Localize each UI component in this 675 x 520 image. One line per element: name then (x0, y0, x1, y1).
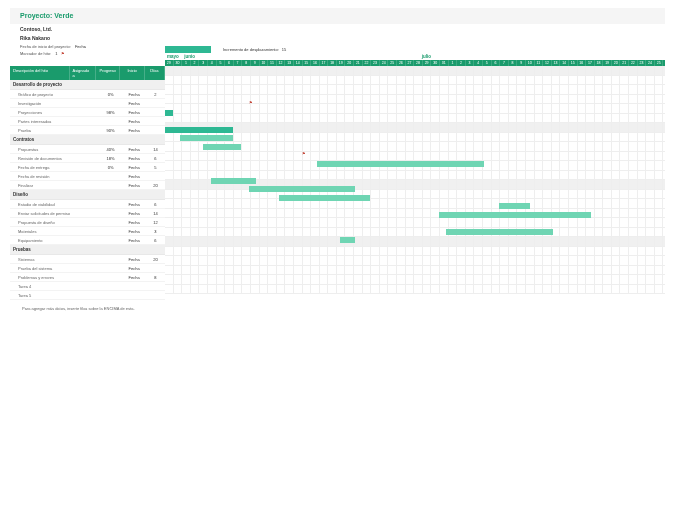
gantt-bar (439, 212, 591, 218)
task-progress: 0% (99, 92, 123, 97)
task-days: 5 (146, 165, 165, 170)
left-panel: Fecha de inicio del proyecto: Fecha Marc… (10, 44, 165, 300)
grid-task-row (165, 133, 665, 143)
grid-task-row (165, 228, 665, 238)
grid-task-row (165, 275, 665, 285)
legend-scroll-value: 15 (282, 47, 286, 52)
task-row: Propuestas40%Fecha14 (10, 145, 165, 154)
task-start: Fecha (122, 211, 146, 216)
grid-section-row (165, 66, 665, 76)
gantt-sheet: Proyecto: Verde Contoso, Ltd. Rika Nakan… (10, 8, 665, 311)
legend-actual (165, 46, 211, 53)
section-header: Desarrollo de proyecto (10, 80, 165, 90)
start-date-label: Fecha de inicio del proyecto: (20, 44, 71, 49)
task-days: 3 (146, 229, 165, 234)
task-start: Fecha (122, 92, 146, 97)
page: Proyecto: Verde Contoso, Ltd. Rika Nakan… (0, 8, 675, 520)
task-start: Fecha (122, 183, 146, 188)
legend-box-actual (165, 46, 211, 53)
task-row: Revisión de documentos18%Fecha6 (10, 154, 165, 163)
task-start: Fecha (122, 165, 146, 170)
legend-scroll: Incremento de desplazamiento: 15 (223, 47, 286, 52)
gantt-bar (165, 110, 173, 116)
task-desc: Tarea 4 (10, 284, 74, 289)
start-date-row: Fecha de inicio del proyecto: Fecha (20, 44, 165, 49)
task-desc: Equipamiento (10, 238, 74, 243)
gantt-bar (340, 237, 355, 243)
task-desc: Investigación (10, 101, 74, 106)
task-desc: Gráfico de proyecto (10, 92, 74, 97)
task-progress: 18% (99, 156, 123, 161)
grid-task-row (165, 199, 665, 209)
task-days: 14 (146, 211, 165, 216)
task-row: Fecha de entrega0%Fecha5 (10, 163, 165, 172)
task-desc: Enviar solicitudes de permiso (10, 211, 74, 216)
task-start: Fecha (122, 238, 146, 243)
grid-task-row (165, 218, 665, 228)
flag-icon: ⚑ (61, 51, 65, 56)
gantt-grid: ⚑⚑ (165, 66, 665, 294)
task-days: 20 (146, 257, 165, 262)
task-start: Fecha (122, 101, 146, 106)
grid-task-row (165, 114, 665, 124)
task-start: Fecha (122, 119, 146, 124)
task-row: Tarea 5 (10, 291, 165, 300)
task-row: Propuesta de diseñoFecha12 (10, 218, 165, 227)
task-row: SistemasFecha20 (10, 255, 165, 264)
manager-name: Rika Nakano (20, 35, 665, 41)
task-row: Prueba del sistemaFecha (10, 264, 165, 273)
grid-task-row (165, 256, 665, 266)
project-title: Proyecto: Verde (20, 12, 659, 19)
grid-task-row (165, 85, 665, 95)
gantt-bar (203, 144, 241, 150)
task-progress: 0% (99, 165, 123, 170)
task-row: EquipamientoFecha6 (10, 236, 165, 245)
gantt-bar (317, 161, 484, 167)
task-desc: Finalizar (10, 183, 74, 188)
gantt-bar (446, 229, 552, 235)
milestone-marker-value: 1 (55, 51, 57, 56)
task-row: Problemas y erroresFecha8 (10, 273, 165, 282)
task-desc: Tarea 5 (10, 293, 74, 298)
milestone-marker-row: Marcador de hito: 1 ⚑ (20, 51, 165, 56)
grid-task-row (165, 285, 665, 295)
task-row: Enviar solicitudes de permisoFecha14 (10, 209, 165, 218)
milestone-marker-label: Marcador de hito: (20, 51, 51, 56)
task-desc: Materiales (10, 229, 74, 234)
start-date-value: Fecha (75, 44, 86, 49)
milestone-flag-icon: ⚑ (302, 151, 306, 156)
task-days: 20 (146, 183, 165, 188)
grid-task-row (165, 95, 665, 105)
footnote: Para agregar más datos, inserte filas so… (22, 306, 665, 311)
section-header: Pruebas (10, 245, 165, 255)
task-start: Fecha (122, 275, 146, 280)
task-desc: Partes interesadas (10, 119, 74, 124)
task-row: Estudio de viabilidadFecha6 (10, 200, 165, 209)
header: Proyecto: Verde (10, 8, 665, 24)
task-desc: Proyecciones (10, 110, 74, 115)
task-row: Proyecciones98%Fecha (10, 108, 165, 117)
gantt-bar (180, 135, 233, 141)
task-row: Partes interesadasFecha (10, 117, 165, 126)
task-progress: 90% (99, 128, 123, 133)
task-start: Fecha (122, 202, 146, 207)
task-desc: Fecha de revisión (10, 174, 74, 179)
grid-task-row (165, 76, 665, 86)
col-progress: Progreso (96, 66, 121, 80)
gantt-bar (249, 186, 355, 192)
grid-task-row (165, 247, 665, 257)
month-label: mayo (165, 53, 182, 60)
grid-task-row (165, 190, 665, 200)
column-headers: Descripción del hito Asignado a Progreso… (10, 66, 165, 80)
gantt-bar (499, 203, 529, 209)
task-desc: Problemas y errores (10, 275, 74, 280)
milestone-flag-icon: ⚑ (249, 100, 253, 105)
task-start: Fecha (122, 257, 146, 262)
col-days: Días (145, 66, 165, 80)
task-row: Fecha de revisiónFecha (10, 172, 165, 181)
grid-section-row (165, 237, 665, 247)
col-assign: Asignado a (70, 66, 96, 80)
task-desc: Revisión de documentos (10, 156, 74, 161)
gantt-bar (165, 127, 233, 133)
grid-section-row (165, 123, 665, 133)
